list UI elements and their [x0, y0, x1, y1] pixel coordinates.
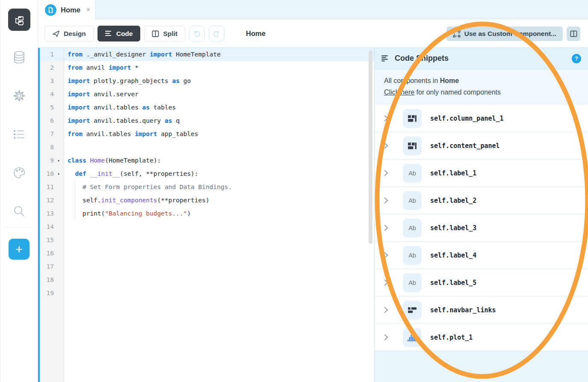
code-line[interactable]: 9▾class Home(HomeTemplate): [40, 154, 374, 167]
component-row[interactable]: self.content_panel [375, 132, 588, 160]
code-text[interactable]: print("Balancing budgets...") [64, 207, 374, 220]
chevron-right-icon[interactable] [384, 225, 393, 231]
fold-arrow-icon[interactable]: ▾ [54, 167, 63, 181]
code-text[interactable]: from ._anvil_designer import HomeTemplat… [64, 48, 374, 61]
component-row[interactable]: Abself.label_2 [375, 187, 588, 214]
fold-arrow-icon[interactable]: ▾ [54, 154, 63, 167]
code-text[interactable]: from anvil.tables import app_tables [64, 127, 374, 141]
line-number[interactable]: 19 [40, 287, 64, 300]
code-line[interactable]: 14 [40, 220, 374, 234]
code-text[interactable] [64, 220, 374, 234]
line-number[interactable]: 14 [40, 220, 64, 234]
add-button[interactable]: + [9, 239, 30, 260]
line-number[interactable]: 10▾ [40, 167, 64, 181]
code-line[interactable]: 6import anvil.tables.query as q [40, 114, 374, 127]
code-line[interactable]: 1from ._anvil_designer import HomeTempla… [40, 48, 374, 61]
label-icon: Ab [403, 273, 422, 292]
code-editor[interactable]: 1from ._anvil_designer import HomeTempla… [40, 48, 374, 382]
search-icon[interactable] [11, 203, 27, 219]
code-line[interactable]: 15 [40, 234, 374, 247]
code-line[interactable]: 12 self.init_components(**properties) [40, 194, 374, 207]
chevron-right-icon[interactable] [384, 170, 393, 176]
code-button[interactable]: Code [98, 26, 141, 41]
code-text[interactable]: class Home(HomeTemplate): [64, 154, 374, 167]
code-text[interactable] [64, 260, 374, 273]
code-line[interactable]: 11 # Set Form properties and Data Bindin… [40, 181, 374, 194]
line-number[interactable]: 4 [40, 88, 64, 101]
component-row[interactable]: Abself.label_3 [375, 214, 588, 242]
snippets-menu-icon[interactable] [381, 55, 389, 62]
line-number[interactable]: 3 [40, 74, 64, 88]
code-text[interactable]: def __init__(self, **properties): [64, 167, 374, 181]
theme-palette-icon[interactable] [11, 165, 27, 181]
code-text[interactable]: import anvil.tables as tables [64, 101, 374, 114]
tab-close-icon[interactable]: × [86, 6, 90, 14]
line-number[interactable]: 1 [40, 48, 64, 61]
code-line[interactable]: 16 [40, 247, 374, 260]
split-button[interactable]: Split [144, 26, 185, 41]
code-line[interactable]: 4import anvil.server [40, 88, 374, 101]
undo-button[interactable] [189, 26, 205, 41]
line-number[interactable]: 5 [40, 101, 64, 114]
chevron-right-icon[interactable] [384, 307, 393, 313]
chevron-right-icon[interactable] [384, 115, 393, 121]
code-text[interactable]: import anvil.tables.query as q [64, 114, 374, 127]
line-number[interactable]: 15 [40, 234, 64, 247]
redo-button[interactable] [209, 26, 225, 41]
code-text[interactable] [64, 141, 374, 154]
settings-gear-icon[interactable] [11, 88, 27, 104]
component-row[interactable]: self.navbar_links [375, 296, 588, 324]
line-number[interactable]: 2 [40, 61, 64, 74]
component-row[interactable]: self.plot_1 [375, 324, 588, 351]
code-text[interactable] [64, 287, 374, 300]
code-text[interactable] [64, 273, 374, 287]
code-line[interactable]: 13 print("Balancing budgets...") [40, 207, 374, 220]
code-text[interactable] [64, 247, 374, 260]
code-line[interactable]: 18 [40, 273, 374, 287]
component-row[interactable]: Abself.label_4 [375, 242, 588, 269]
chevron-right-icon[interactable] [384, 142, 393, 149]
click-here-link[interactable]: Click here [384, 89, 414, 96]
line-number[interactable]: 6 [40, 114, 64, 127]
code-text[interactable]: # Set Form properties and Data Bindings. [64, 181, 374, 194]
line-number[interactable]: 16 [40, 247, 64, 260]
code-line[interactable]: 10▾ def __init__(self, **properties): [40, 167, 374, 181]
toggle-panel-button[interactable] [567, 27, 580, 41]
tab-home[interactable]: Home × [38, 0, 95, 20]
code-line[interactable]: 5import anvil.tables as tables [40, 101, 374, 114]
help-icon[interactable]: ? [572, 54, 581, 63]
code-line[interactable]: 8 [40, 141, 374, 154]
component-row[interactable]: Abself.label_5 [375, 269, 588, 296]
chevron-right-icon[interactable] [384, 252, 393, 258]
line-number[interactable]: 17 [40, 260, 64, 273]
code-text[interactable] [64, 234, 374, 247]
component-row[interactable]: self.column_panel_1 [375, 105, 588, 132]
line-number[interactable]: 9▾ [40, 154, 64, 167]
chevron-right-icon[interactable] [384, 197, 393, 204]
two-pane-icon [570, 30, 577, 37]
app-structure-icon[interactable] [8, 9, 30, 31]
code-text[interactable]: import anvil.server [64, 88, 374, 101]
editor-scrollbar[interactable] [369, 50, 372, 244]
line-number[interactable]: 13 [40, 207, 64, 220]
list-icon[interactable] [11, 126, 27, 142]
database-icon[interactable] [11, 49, 27, 65]
line-number[interactable]: 11 [40, 181, 64, 194]
line-number[interactable]: 18 [40, 273, 64, 287]
code-line[interactable]: 17 [40, 260, 374, 273]
code-text[interactable]: import plotly.graph_objects as go [64, 74, 374, 88]
code-text[interactable]: self.init_components(**properties) [64, 194, 374, 207]
code-text[interactable]: from anvil import * [64, 61, 374, 74]
line-number[interactable]: 7 [40, 127, 64, 141]
line-number[interactable]: 12 [40, 194, 64, 207]
code-line[interactable]: 3import plotly.graph_objects as go [40, 74, 374, 88]
use-as-custom-component-button[interactable]: Use as Custom Component... [446, 27, 563, 41]
chevron-right-icon[interactable] [384, 279, 393, 286]
code-line[interactable]: 7from anvil.tables import app_tables [40, 127, 374, 141]
line-number[interactable]: 8 [40, 141, 64, 154]
chevron-right-icon[interactable] [384, 334, 393, 341]
code-line[interactable]: 2from anvil import * [40, 61, 374, 74]
code-line[interactable]: 19 [40, 287, 374, 300]
component-row[interactable]: Abself.label_1 [375, 160, 588, 187]
design-button[interactable]: Design [44, 26, 94, 41]
